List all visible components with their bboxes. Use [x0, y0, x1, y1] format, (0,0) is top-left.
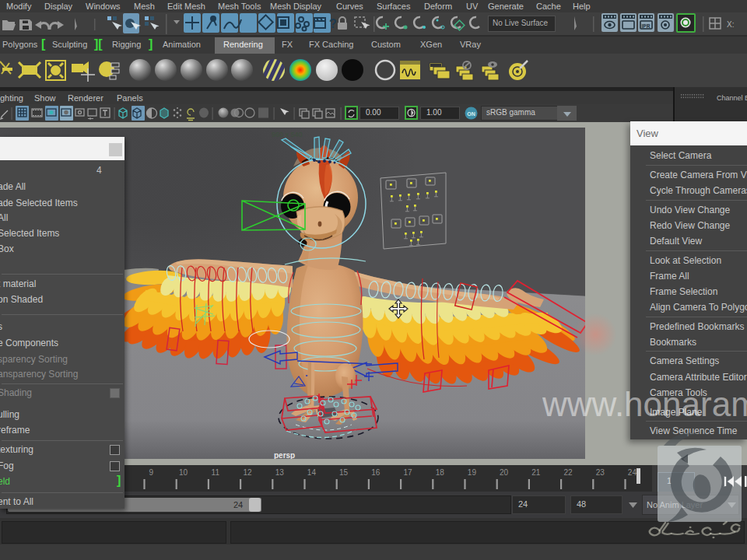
- svg-text:15: 15: [339, 468, 349, 477]
- svg-text:10: 10: [179, 468, 188, 477]
- svg-text:960 x 540: 960 x 540: [272, 131, 303, 138]
- svg-text:13: 13: [275, 468, 285, 477]
- svg-text:persp: persp: [274, 451, 295, 459]
- svg-text:14: 14: [307, 468, 317, 477]
- svg-text:12: 12: [243, 468, 252, 477]
- svg-text:20: 20: [500, 468, 509, 477]
- svg-text:11: 11: [212, 468, 220, 477]
- svg-text:23: 23: [596, 468, 605, 477]
- svg-text:17: 17: [403, 468, 412, 477]
- svg-text:9: 9: [149, 468, 154, 477]
- svg-text:19: 19: [468, 468, 477, 477]
- svg-text:18: 18: [436, 468, 445, 477]
- svg-text:X:: X:: [727, 20, 734, 29]
- svg-text:24: 24: [628, 468, 637, 477]
- svg-text:22: 22: [563, 468, 573, 477]
- svg-text:16: 16: [371, 468, 381, 477]
- svg-text:IPR: IPR: [642, 23, 651, 29]
- svg-text:ON: ON: [467, 111, 475, 117]
- svg-text:21: 21: [531, 468, 541, 477]
